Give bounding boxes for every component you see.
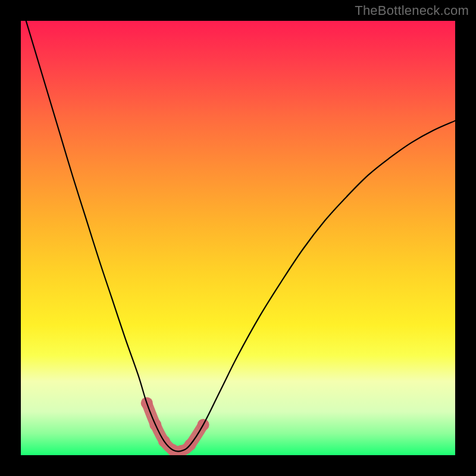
chart-frame: TheBottleneck.com xyxy=(0,0,476,476)
chart-svg xyxy=(21,21,455,455)
plot-area xyxy=(21,21,455,455)
watermark-text: TheBottleneck.com xyxy=(355,3,469,18)
bottleneck-curve xyxy=(21,21,455,452)
valley-dots xyxy=(141,397,209,455)
